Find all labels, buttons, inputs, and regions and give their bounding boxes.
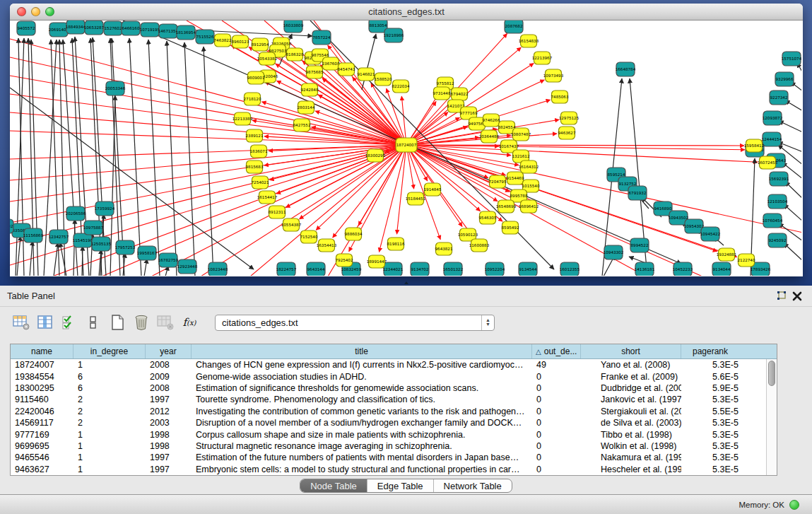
- network-node[interactable]: 16648784: [616, 62, 636, 76]
- delete-rows-icon[interactable]: [131, 313, 151, 332]
- tab-node-table[interactable]: Node Table: [300, 479, 367, 492]
- network-node[interactable]: 10719195: [140, 23, 160, 37]
- network-node-selected[interactable]: 8427552: [293, 119, 311, 132]
- network-node[interactable]: 18849344: [66, 21, 86, 34]
- network-node[interactable]: 11156869: [23, 228, 44, 243]
- select-all-icon[interactable]: [59, 313, 79, 332]
- network-node-selected[interactable]: 9886034: [345, 228, 363, 240]
- network-node[interactable]: 20206586: [66, 206, 86, 221]
- network-node[interactable]: 12344021: [383, 262, 404, 276]
- network-node-selected[interactable]: 10543382: [257, 52, 277, 65]
- network-node-selected[interactable]: 9815683: [246, 160, 264, 173]
- network-node-selected[interactable]: 7204795: [489, 175, 507, 188]
- network-node-selected[interactable]: 2803144: [298, 101, 315, 114]
- network-node[interactable]: 16782759: [158, 253, 179, 267]
- network-node[interactable]: 9134044: [712, 262, 731, 276]
- network-node-selected[interactable]: 19324881: [717, 248, 737, 261]
- network-node[interactable]: 9329966: [775, 72, 794, 86]
- network-node[interactable]: 19958167: [137, 246, 158, 260]
- network-node[interactable]: 3919902: [10, 219, 13, 233]
- network-node[interactable]: 12444154: [762, 132, 782, 146]
- network-node[interactable]: 6466160: [122, 21, 140, 35]
- network-node-selected[interactable]: 12213389: [233, 112, 253, 125]
- zoom-window-button[interactable]: [45, 7, 54, 16]
- network-node[interactable]: 14136181: [635, 262, 655, 276]
- network-node-selected[interactable]: 8595492: [502, 221, 519, 234]
- network-node-selected[interactable]: 8912311: [269, 206, 286, 218]
- network-node[interactable]: 10653287: [84, 21, 105, 35]
- close-window-button[interactable]: [17, 7, 26, 16]
- network-node[interactable]: 9227342: [770, 90, 788, 105]
- network-node-selected[interactable]: 1588520: [375, 73, 392, 86]
- network-node[interactable]: 9245092: [768, 233, 787, 247]
- network-node[interactable]: 7515526: [196, 30, 214, 44]
- network-node-selected[interactable]: 16896412: [519, 200, 539, 213]
- network-node[interactable]: 9405572: [17, 21, 35, 35]
- network-node-selected[interactable]: 16354413: [317, 239, 337, 252]
- network-node-selected[interactable]: 11600883: [469, 239, 490, 252]
- table-row[interactable]: 1938455462009Genome-wide association stu…: [11, 370, 767, 382]
- network-node-selected[interactable]: 2389121: [246, 129, 264, 142]
- table-row[interactable]: 977716911998Corpus callosum shape and si…: [11, 428, 767, 440]
- network-node[interactable]: 15692391: [769, 172, 789, 186]
- network-node[interactable]: 1527602: [104, 21, 122, 35]
- network-node[interactable]: 19218986: [384, 28, 404, 42]
- network-node-selected[interactable]: 8912954: [252, 38, 269, 51]
- column-header-short[interactable]: short: [581, 344, 681, 358]
- table-row[interactable]: 946362711997Embryonic stem cells: a mode…: [11, 464, 767, 475]
- network-node-selected[interactable]: 7152540: [300, 230, 318, 243]
- network-node-selected[interactable]: 9809001: [247, 71, 265, 84]
- float-panel-icon[interactable]: [774, 289, 789, 303]
- network-window[interactable]: citations_edges.txt 94055722069140618849…: [10, 4, 803, 276]
- network-node[interactable]: 16012355: [560, 262, 580, 276]
- network-node[interactable]: 17359924: [95, 201, 115, 216]
- delete-table-icon[interactable]: [155, 313, 175, 332]
- network-node[interactable]: 18224757: [276, 262, 297, 276]
- network-node[interactable]: 20053346: [105, 81, 126, 95]
- network-node-selected[interactable]: 10554387: [281, 218, 302, 231]
- network-node-selected[interactable]: 16072455: [758, 156, 778, 169]
- network-node[interactable]: 12923448: [177, 259, 198, 274]
- table-vertical-scrollbar[interactable]: [766, 359, 777, 475]
- network-node[interactable]: 12342757: [49, 230, 69, 244]
- row-mode-icon[interactable]: [83, 313, 103, 332]
- column-header-year[interactable]: year: [146, 344, 192, 358]
- network-node[interactable]: 18136954: [176, 25, 196, 40]
- minimize-window-button[interactable]: [31, 7, 40, 16]
- network-node-selected[interactable]: 7463822: [214, 34, 232, 47]
- network-node[interactable]: 15751074: [782, 52, 801, 66]
- tab-network-table[interactable]: Network Table: [434, 479, 512, 492]
- network-node-selected[interactable]: 9731448: [433, 87, 451, 100]
- network-node[interactable]: 12103504: [767, 194, 788, 209]
- network-node-selected[interactable]: 9875685: [306, 66, 324, 78]
- network-node-selected[interactable]: 7925402: [336, 254, 353, 267]
- network-node-selected[interactable]: 9546305: [479, 211, 497, 224]
- network-node[interactable]: 17957253: [115, 240, 136, 255]
- network-node-selected[interactable]: 15184451: [406, 192, 426, 205]
- network-node-selected[interactable]: 16548699: [496, 200, 517, 213]
- network-node[interactable]: 9643144: [307, 262, 325, 276]
- network-node[interactable]: 10952204: [485, 262, 505, 276]
- table-row[interactable]: 1830029562008Estimation of significance …: [11, 382, 767, 394]
- network-node-selected[interactable]: 20364486: [479, 130, 500, 143]
- network-node-selected[interactable]: 12213967: [532, 52, 553, 64]
- network-node[interactable]: 9134702: [411, 262, 429, 276]
- network-node-selected[interactable]: 18300295: [365, 149, 386, 162]
- network-node[interactable]: 10943302: [604, 245, 623, 259]
- network-node-selected[interactable]: 9643821: [435, 243, 453, 255]
- network-node[interactable]: 10823448: [208, 262, 228, 276]
- network-node[interactable]: 11545190: [73, 233, 93, 247]
- table-options-icon[interactable]: [11, 313, 31, 332]
- network-node-selected[interactable]: 6794022: [451, 88, 469, 100]
- new-table-icon[interactable]: [107, 313, 127, 332]
- table-row[interactable]: 969969511998Structural magnetic resonanc…: [11, 440, 767, 452]
- table-row[interactable]: 2242004622012Investigating the contribut…: [11, 406, 767, 417]
- network-node-selected[interactable]: 10973493: [543, 69, 564, 82]
- tab-edge-table[interactable]: Edge Table: [367, 479, 434, 492]
- network-node-selected[interactable]: 2122740: [738, 254, 755, 267]
- column-header-pagerank[interactable]: pagerank: [681, 344, 739, 358]
- network-node-selected[interactable]: 15958412: [744, 139, 764, 152]
- network-node[interactable]: 10760454: [763, 214, 783, 228]
- network-node[interactable]: 16501322: [443, 262, 463, 276]
- network-node-selected[interactable]: 8454743: [338, 63, 355, 76]
